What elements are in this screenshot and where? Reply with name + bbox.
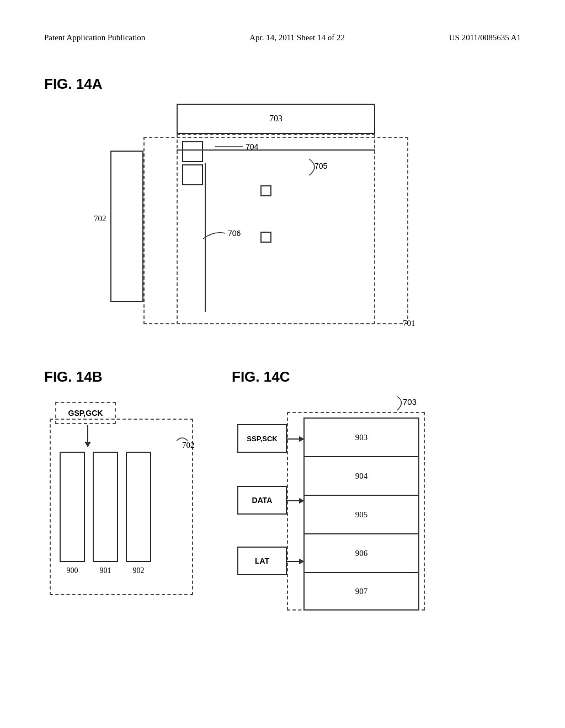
- fig14b-label: FIG. 14B: [44, 368, 210, 386]
- page-header: Patent Application Publication Apr. 14, …: [44, 33, 521, 42]
- svg-text:705: 705: [315, 162, 328, 170]
- rect-small-outer: [182, 141, 203, 162]
- bar-901: [93, 452, 118, 562]
- ssp-sck-box: SSP,SCK: [237, 424, 287, 453]
- svg-text:703: 703: [403, 397, 417, 406]
- header-patent-number: US 2011/0085635 A1: [449, 33, 521, 42]
- bar-900: [60, 452, 85, 562]
- fig14b-section: FIG. 14B GSP,GCK: [44, 368, 210, 617]
- rect-small-inner: [260, 185, 271, 196]
- annot-702: 702: [94, 214, 106, 223]
- label-703: 703: [177, 104, 375, 124]
- three-bars: [60, 452, 151, 562]
- fig14bc-row: FIG. 14B GSP,GCK: [44, 368, 521, 617]
- svg-text:706: 706: [228, 229, 241, 238]
- arrow-line: [87, 425, 88, 442]
- annot-704: 704: [215, 141, 259, 154]
- arrow-head: [84, 442, 91, 447]
- label-900: 900: [60, 566, 85, 575]
- fig14b-diagram: GSP,GCK 900 901 902: [44, 397, 210, 606]
- box-906: 906: [303, 533, 419, 572]
- rect-702: [110, 151, 143, 302]
- gsp-gck-box: GSP,GCK: [55, 402, 116, 424]
- box-907: 907: [303, 572, 419, 611]
- fig14c-section: FIG. 14C 703 SSP,SCK DAT: [232, 368, 521, 617]
- arrow-down-gsp: [84, 425, 91, 447]
- label-902: 902: [126, 566, 151, 575]
- bar-902: [126, 452, 151, 562]
- fig14a-section: FIG. 14A 703 702 701: [44, 76, 521, 335]
- patent-page: Patent Application Publication Apr. 14, …: [0, 0, 565, 728]
- annot-705: 705: [309, 159, 353, 178]
- horiz-line: [177, 149, 375, 151]
- fig14c-diagram: 703 SSP,SCK DATA LAT: [232, 397, 441, 617]
- fig14a-label: FIG. 14A: [44, 76, 521, 93]
- header-publication-label: Patent Application Publication: [44, 33, 145, 42]
- annot-706: 706: [203, 225, 247, 244]
- svg-text:704: 704: [246, 142, 259, 151]
- data-box: DATA: [237, 486, 287, 515]
- annot-701: 701: [403, 319, 415, 328]
- box-905: 905: [303, 495, 419, 533]
- box-904: 904: [303, 456, 419, 495]
- rect-small-inner2: [260, 232, 271, 243]
- fig14c-label: FIG. 14C: [232, 368, 521, 386]
- lat-box: LAT: [237, 547, 287, 575]
- bar-labels: 900 901 902: [60, 566, 151, 575]
- header-date-sheet: Apr. 14, 2011 Sheet 14 of 22: [249, 33, 345, 42]
- label-901: 901: [93, 566, 118, 575]
- box-903: 903: [303, 417, 419, 456]
- rect-small-outer2: [182, 164, 203, 185]
- fig14a-diagram: 703 702 701: [110, 104, 430, 335]
